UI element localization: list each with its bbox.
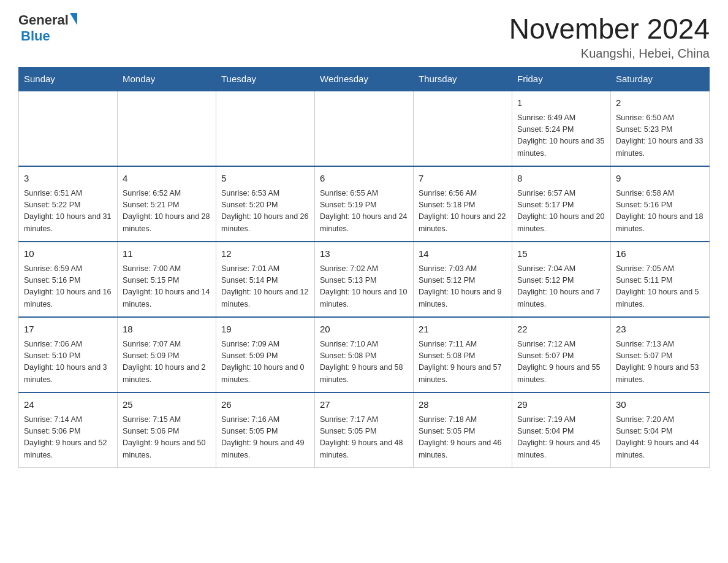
calendar-cell — [315, 91, 414, 166]
calendar-cell: 23Sunrise: 7:13 AMSunset: 5:07 PMDayligh… — [611, 317, 710, 393]
day-number: 17 — [24, 323, 112, 337]
day-number: 19 — [221, 323, 309, 337]
day-info: Sunrise: 7:20 AMSunset: 5:04 PMDaylight:… — [616, 414, 704, 462]
day-info: Sunrise: 7:03 AMSunset: 5:12 PMDaylight:… — [419, 263, 507, 311]
calendar-cell: 15Sunrise: 7:04 AMSunset: 5:12 PMDayligh… — [512, 242, 611, 317]
calendar-cell: 12Sunrise: 7:01 AMSunset: 5:14 PMDayligh… — [216, 242, 315, 317]
calendar-cell: 22Sunrise: 7:12 AMSunset: 5:07 PMDayligh… — [512, 317, 611, 393]
day-info: Sunrise: 7:18 AMSunset: 5:05 PMDaylight:… — [419, 414, 507, 462]
calendar-cell: 11Sunrise: 7:00 AMSunset: 5:15 PMDayligh… — [118, 242, 216, 317]
day-info: Sunrise: 6:53 AMSunset: 5:20 PMDaylight:… — [221, 188, 309, 236]
day-info: Sunrise: 7:16 AMSunset: 5:05 PMDaylight:… — [221, 414, 309, 462]
day-number: 25 — [123, 398, 211, 412]
day-number: 6 — [320, 172, 408, 186]
calendar-cell: 13Sunrise: 7:02 AMSunset: 5:13 PMDayligh… — [315, 242, 414, 317]
day-of-week-header: Friday — [512, 67, 611, 91]
calendar-cell: 24Sunrise: 7:14 AMSunset: 5:06 PMDayligh… — [19, 393, 118, 468]
day-of-week-header: Wednesday — [315, 67, 414, 91]
day-number: 20 — [320, 323, 408, 337]
calendar-cell: 7Sunrise: 6:56 AMSunset: 5:18 PMDaylight… — [414, 166, 512, 242]
day-number: 23 — [616, 323, 704, 337]
day-info: Sunrise: 7:19 AMSunset: 5:04 PMDaylight:… — [517, 414, 605, 462]
day-number: 26 — [221, 398, 309, 412]
day-number: 1 — [517, 96, 605, 110]
day-info: Sunrise: 7:01 AMSunset: 5:14 PMDaylight:… — [221, 263, 309, 311]
day-number: 4 — [123, 172, 211, 186]
calendar-cell: 2Sunrise: 6:50 AMSunset: 5:23 PMDaylight… — [611, 91, 710, 166]
day-of-week-header: Thursday — [414, 67, 512, 91]
day-info: Sunrise: 6:55 AMSunset: 5:19 PMDaylight:… — [320, 188, 408, 236]
day-info: Sunrise: 7:13 AMSunset: 5:07 PMDaylight:… — [616, 339, 704, 386]
day-number: 28 — [419, 398, 507, 412]
day-number: 9 — [616, 172, 704, 186]
day-number: 27 — [320, 398, 408, 412]
calendar-cell: 27Sunrise: 7:17 AMSunset: 5:05 PMDayligh… — [315, 393, 414, 468]
calendar-header-row: SundayMondayTuesdayWednesdayThursdayFrid… — [19, 67, 710, 91]
calendar-cell: 25Sunrise: 7:15 AMSunset: 5:06 PMDayligh… — [118, 393, 216, 468]
calendar-cell: 4Sunrise: 6:52 AMSunset: 5:21 PMDaylight… — [118, 166, 216, 242]
day-number: 7 — [419, 172, 507, 186]
day-of-week-header: Saturday — [611, 67, 710, 91]
calendar-week-row: 3Sunrise: 6:51 AMSunset: 5:22 PMDaylight… — [19, 166, 710, 242]
calendar-cell: 10Sunrise: 6:59 AMSunset: 5:16 PMDayligh… — [19, 242, 118, 317]
calendar-cell — [414, 91, 512, 166]
day-number: 29 — [517, 398, 605, 412]
day-info: Sunrise: 7:17 AMSunset: 5:05 PMDaylight:… — [320, 414, 408, 462]
calendar-cell: 16Sunrise: 7:05 AMSunset: 5:11 PMDayligh… — [611, 242, 710, 317]
day-info: Sunrise: 6:58 AMSunset: 5:16 PMDaylight:… — [616, 188, 704, 236]
day-number: 21 — [419, 323, 507, 337]
logo: General Blue — [18, 12, 77, 44]
month-title: November 2024 — [509, 12, 710, 45]
title-section: November 2024 Kuangshi, Hebei, China — [509, 12, 710, 61]
day-info: Sunrise: 7:07 AMSunset: 5:09 PMDaylight:… — [123, 339, 211, 386]
day-info: Sunrise: 7:12 AMSunset: 5:07 PMDaylight:… — [517, 339, 605, 386]
day-number: 30 — [616, 398, 704, 412]
day-info: Sunrise: 6:52 AMSunset: 5:21 PMDaylight:… — [123, 188, 211, 236]
day-number: 14 — [419, 247, 507, 261]
calendar-cell: 1Sunrise: 6:49 AMSunset: 5:24 PMDaylight… — [512, 91, 611, 166]
day-info: Sunrise: 6:57 AMSunset: 5:17 PMDaylight:… — [517, 188, 605, 236]
day-number: 18 — [123, 323, 211, 337]
day-info: Sunrise: 7:11 AMSunset: 5:08 PMDaylight:… — [419, 339, 507, 386]
calendar-cell — [216, 91, 315, 166]
calendar-cell: 5Sunrise: 6:53 AMSunset: 5:20 PMDaylight… — [216, 166, 315, 242]
calendar-cell: 14Sunrise: 7:03 AMSunset: 5:12 PMDayligh… — [414, 242, 512, 317]
day-number: 3 — [24, 172, 112, 186]
day-info: Sunrise: 6:59 AMSunset: 5:16 PMDaylight:… — [24, 263, 112, 311]
calendar-cell: 21Sunrise: 7:11 AMSunset: 5:08 PMDayligh… — [414, 317, 512, 393]
logo-blue: Blue — [18, 28, 77, 44]
day-of-week-header: Sunday — [19, 67, 118, 91]
logo-general: General — [18, 12, 69, 28]
day-number: 22 — [517, 323, 605, 337]
calendar-cell: 6Sunrise: 6:55 AMSunset: 5:19 PMDaylight… — [315, 166, 414, 242]
calendar-cell: 18Sunrise: 7:07 AMSunset: 5:09 PMDayligh… — [118, 317, 216, 393]
day-info: Sunrise: 7:10 AMSunset: 5:08 PMDaylight:… — [320, 339, 408, 386]
calendar-cell: 29Sunrise: 7:19 AMSunset: 5:04 PMDayligh… — [512, 393, 611, 468]
day-of-week-header: Tuesday — [216, 67, 315, 91]
day-number: 12 — [221, 247, 309, 261]
calendar-cell — [118, 91, 216, 166]
calendar-week-row: 17Sunrise: 7:06 AMSunset: 5:10 PMDayligh… — [19, 317, 710, 393]
day-info: Sunrise: 7:04 AMSunset: 5:12 PMDaylight:… — [517, 263, 605, 311]
calendar-cell: 20Sunrise: 7:10 AMSunset: 5:08 PMDayligh… — [315, 317, 414, 393]
day-info: Sunrise: 6:50 AMSunset: 5:23 PMDaylight:… — [616, 112, 704, 160]
day-number: 11 — [123, 247, 211, 261]
day-info: Sunrise: 7:15 AMSunset: 5:06 PMDaylight:… — [123, 414, 211, 462]
calendar-week-row: 24Sunrise: 7:14 AMSunset: 5:06 PMDayligh… — [19, 393, 710, 468]
day-info: Sunrise: 7:14 AMSunset: 5:06 PMDaylight:… — [24, 414, 112, 462]
calendar-cell: 28Sunrise: 7:18 AMSunset: 5:05 PMDayligh… — [414, 393, 512, 468]
day-info: Sunrise: 7:09 AMSunset: 5:09 PMDaylight:… — [221, 339, 309, 386]
day-info: Sunrise: 7:00 AMSunset: 5:15 PMDaylight:… — [123, 263, 211, 311]
calendar-cell: 9Sunrise: 6:58 AMSunset: 5:16 PMDaylight… — [611, 166, 710, 242]
day-of-week-header: Monday — [118, 67, 216, 91]
calendar-cell — [19, 91, 118, 166]
day-number: 10 — [24, 247, 112, 261]
day-info: Sunrise: 7:06 AMSunset: 5:10 PMDaylight:… — [24, 339, 112, 386]
day-number: 5 — [221, 172, 309, 186]
calendar-cell: 8Sunrise: 6:57 AMSunset: 5:17 PMDaylight… — [512, 166, 611, 242]
calendar-cell: 19Sunrise: 7:09 AMSunset: 5:09 PMDayligh… — [216, 317, 315, 393]
calendar-table: SundayMondayTuesdayWednesdayThursdayFrid… — [18, 67, 710, 468]
calendar-cell: 30Sunrise: 7:20 AMSunset: 5:04 PMDayligh… — [611, 393, 710, 468]
day-number: 2 — [616, 96, 704, 110]
calendar-cell: 17Sunrise: 7:06 AMSunset: 5:10 PMDayligh… — [19, 317, 118, 393]
